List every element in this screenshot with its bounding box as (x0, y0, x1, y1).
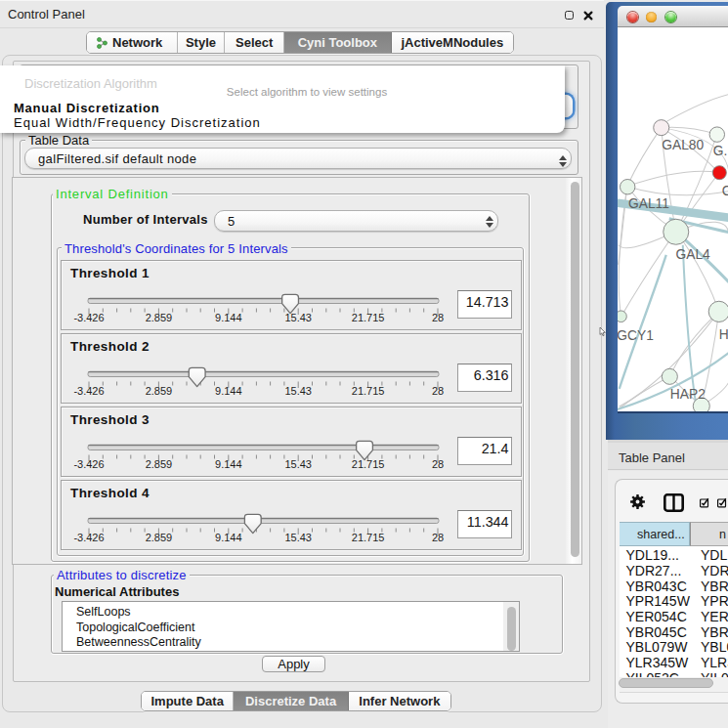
svg-text:-3.426: -3.426 (73, 385, 104, 397)
svg-text:2.859: 2.859 (146, 532, 173, 543)
svg-text:15.43: 15.43 (284, 312, 312, 323)
svg-text:21.715: 21.715 (352, 458, 385, 470)
svg-text:2.859: 2.859 (146, 458, 173, 470)
svg-text:28: 28 (432, 458, 444, 470)
svg-text:-3.426: -3.426 (73, 312, 104, 323)
svg-text:G.: G. (712, 143, 727, 158)
svg-text:H: H (718, 325, 728, 341)
svg-text:28: 28 (432, 385, 444, 397)
svg-text:9.144: 9.144 (215, 385, 242, 397)
svg-text:-3.426: -3.426 (73, 458, 104, 470)
svg-text:15.43: 15.43 (284, 458, 312, 470)
svg-text:15.43: 15.43 (284, 385, 312, 397)
svg-text:9.144: 9.144 (215, 458, 242, 470)
svg-text:28: 28 (432, 532, 444, 543)
svg-text:21.715: 21.715 (352, 532, 385, 543)
svg-text:HAP2: HAP2 (669, 385, 705, 401)
svg-text:9.144: 9.144 (215, 312, 242, 323)
svg-text:GCY1: GCY1 (618, 326, 654, 342)
svg-text:GAL4: GAL4 (675, 245, 710, 261)
svg-text:-3.426: -3.426 (73, 532, 104, 543)
svg-text:21.715: 21.715 (352, 385, 385, 397)
svg-text:2.859: 2.859 (146, 312, 173, 323)
svg-text:9.144: 9.144 (215, 532, 242, 543)
svg-text:28: 28 (432, 312, 444, 323)
svg-text:C: C (721, 182, 728, 197)
svg-text:2.859: 2.859 (146, 385, 173, 397)
svg-text:15.43: 15.43 (284, 532, 312, 543)
svg-text:GAL11: GAL11 (627, 194, 668, 210)
svg-text:GAL80: GAL80 (662, 137, 704, 152)
svg-text:21.715: 21.715 (352, 312, 385, 323)
